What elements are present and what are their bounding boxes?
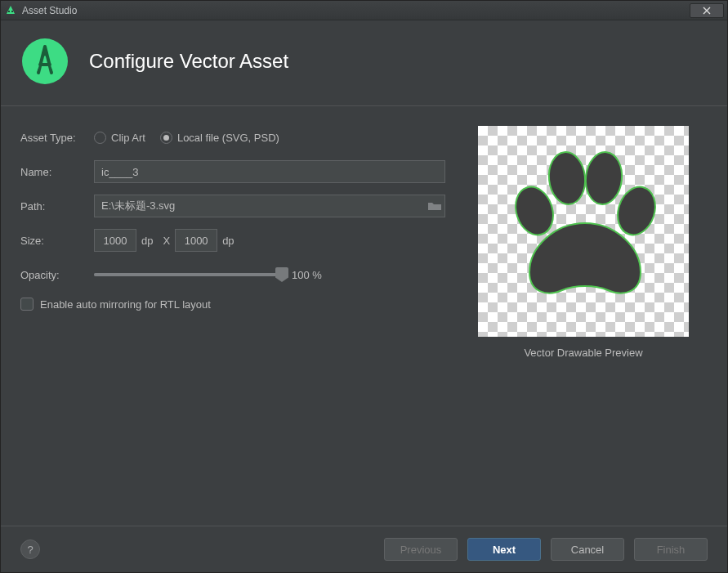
- finish-button[interactable]: Finish: [634, 538, 708, 561]
- next-button[interactable]: Next: [467, 538, 541, 561]
- svg-point-3: [42, 51, 48, 56]
- svg-point-5: [547, 150, 587, 206]
- name-input[interactable]: [94, 160, 445, 183]
- window: Asset Studio Configure Vector Asset: [0, 0, 728, 573]
- previous-button[interactable]: Previous: [384, 538, 458, 561]
- form-left: Asset Type: Clip Art Local file (SVG, PS…: [20, 126, 445, 509]
- radio-clip-art[interactable]: Clip Art: [94, 132, 145, 144]
- opacity-slider-wrap: 100 %: [94, 269, 445, 281]
- path-row: Path:: [20, 195, 445, 217]
- page-title: Configure Vector Asset: [89, 50, 288, 73]
- path-input[interactable]: [94, 195, 445, 217]
- content-area: Configure Vector Asset Asset Type: Clip …: [1, 20, 727, 526]
- footer: ? Previous Next Cancel Finish: [1, 526, 727, 572]
- path-wrapper: [94, 195, 445, 217]
- titlebar: Asset Studio: [1, 1, 727, 20]
- page-header: Configure Vector Asset: [20, 37, 708, 86]
- mirror-label: Enable auto mirroring for RTL layout: [40, 298, 211, 311]
- window-title: Asset Studio: [22, 5, 690, 16]
- radio-circle-selected-icon: [160, 132, 172, 144]
- paw-preview-icon: [485, 133, 681, 329]
- preview-area: Vector Drawable Preview: [478, 126, 689, 509]
- preview-caption: Vector Drawable Preview: [524, 347, 642, 359]
- cancel-button[interactable]: Cancel: [551, 538, 624, 561]
- size-row: Size: dp X dp: [20, 229, 445, 252]
- browse-folder-icon[interactable]: [427, 200, 442, 212]
- android-studio-icon: [4, 4, 17, 17]
- radio-clip-art-label: Clip Art: [111, 132, 145, 144]
- name-row: Name:: [20, 160, 445, 183]
- radio-local-file[interactable]: Local file (SVG, PSD): [160, 132, 279, 144]
- size-height-input[interactable]: [175, 229, 217, 252]
- asset-type-row: Asset Type: Clip Art Local file (SVG, PS…: [20, 126, 445, 149]
- close-button[interactable]: [690, 3, 724, 18]
- svg-point-6: [583, 150, 624, 206]
- name-label: Name:: [20, 166, 94, 178]
- opacity-label: Opacity:: [20, 269, 94, 281]
- mirror-checkbox-row: Enable auto mirroring for RTL layout: [20, 298, 445, 311]
- radio-circle-icon: [94, 132, 106, 144]
- asset-type-label: Asset Type:: [20, 132, 94, 144]
- opacity-row: Opacity: 100 %: [20, 263, 445, 286]
- opacity-value: 100 %: [292, 269, 322, 281]
- svg-point-0: [8, 11, 10, 12]
- size-dp-label-2: dp: [222, 235, 234, 247]
- android-studio-logo-icon: [20, 37, 69, 86]
- help-icon: ?: [27, 544, 33, 556]
- size-x-label: X: [163, 235, 170, 247]
- help-button[interactable]: ?: [20, 539, 40, 559]
- mirror-checkbox[interactable]: [20, 298, 33, 311]
- preview-canvas: [478, 126, 689, 337]
- size-dp-label-1: dp: [141, 235, 153, 247]
- slider-thumb-icon[interactable]: [275, 267, 288, 282]
- form-area: Asset Type: Clip Art Local file (SVG, PS…: [20, 126, 708, 509]
- path-label: Path:: [20, 200, 94, 213]
- slider-fill: [94, 273, 282, 276]
- radio-local-file-label: Local file (SVG, PSD): [177, 132, 279, 144]
- asset-type-radio-group: Clip Art Local file (SVG, PSD): [94, 132, 279, 144]
- opacity-slider[interactable]: [94, 273, 282, 276]
- size-label: Size:: [20, 235, 94, 247]
- divider: [1, 105, 727, 106]
- size-width-input[interactable]: [94, 229, 136, 252]
- svg-point-1: [11, 11, 13, 12]
